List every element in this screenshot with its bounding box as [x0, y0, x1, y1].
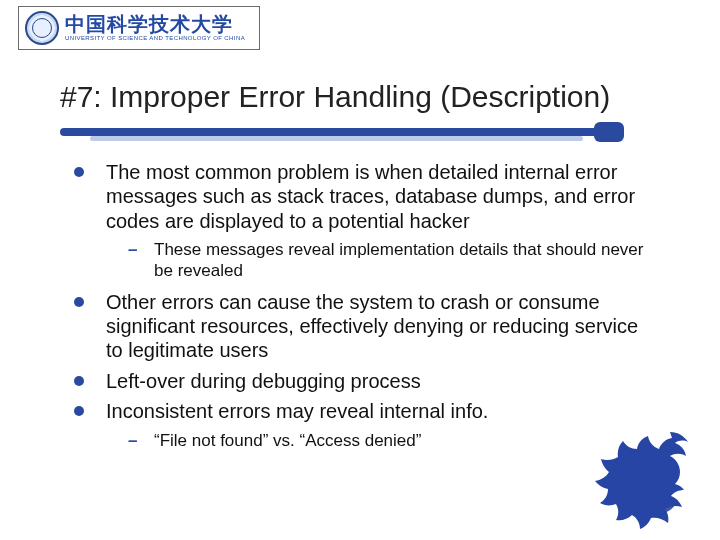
logo-seal-icon: [25, 11, 59, 45]
bullet-1-sub-1: These messages reveal implementation det…: [106, 239, 660, 282]
slide-body: The most common problem is when detailed…: [70, 160, 660, 459]
bullet-1-text: The most common problem is when detailed…: [106, 161, 635, 232]
bullet-4-sub-1: “File not found” vs. “Access denied”: [106, 430, 660, 451]
bullet-3: Left-over during debugging process: [70, 369, 660, 393]
title-underline: [60, 122, 620, 144]
logo-en-text: UNIVERSITY OF SCIENCE AND TECHNOLOGY OF …: [65, 35, 245, 41]
bullet-1-sub-1-text: These messages reveal implementation det…: [154, 240, 644, 280]
logo-cn-text: 中国科学技术大学: [65, 14, 245, 35]
slide-title: #7: Improper Error Handling (Description…: [60, 80, 680, 114]
bullet-3-text: Left-over during debugging process: [106, 370, 421, 392]
bullet-1: The most common problem is when detailed…: [70, 160, 660, 282]
bullet-2: Other errors can cause the system to cra…: [70, 290, 660, 363]
dragon-icon: [592, 414, 712, 534]
bullet-2-text: Other errors can cause the system to cra…: [106, 291, 638, 362]
university-logo: 中国科学技术大学 UNIVERSITY OF SCIENCE AND TECHN…: [18, 6, 260, 50]
bullet-4-text: Inconsistent errors may reveal internal …: [106, 400, 488, 422]
bullet-4: Inconsistent errors may reveal internal …: [70, 399, 660, 451]
logo-text: 中国科学技术大学 UNIVERSITY OF SCIENCE AND TECHN…: [65, 14, 245, 41]
bullet-4-sub-1-text: “File not found” vs. “Access denied”: [154, 431, 421, 450]
